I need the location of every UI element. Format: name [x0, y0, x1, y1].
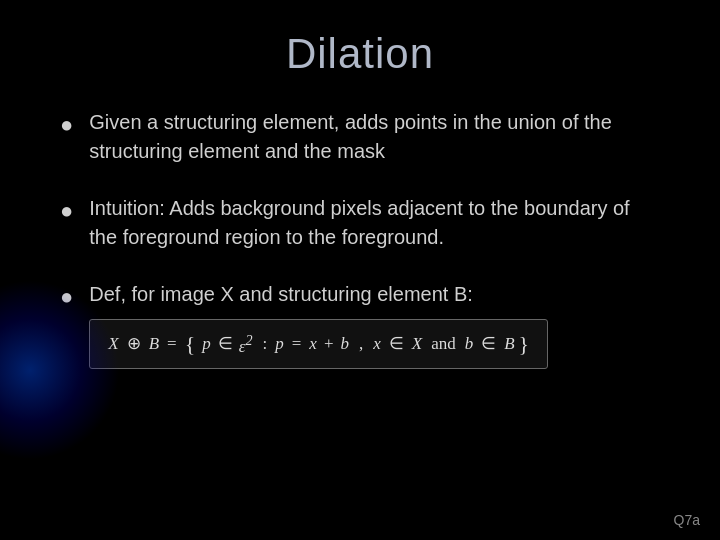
bullet-list: ● Given a structuring element, adds poin…: [60, 108, 660, 369]
bullet-text-2: Intuition: Adds background pixels adjace…: [89, 194, 660, 252]
bullet-item-1: ● Given a structuring element, adds poin…: [60, 108, 660, 166]
slide-container: Dilation ● Given a structuring element, …: [0, 0, 720, 540]
slide-id: Q7a: [674, 512, 700, 528]
bullet-dot-2: ●: [60, 195, 73, 227]
bullet-text-1: Given a structuring element, adds points…: [89, 108, 660, 166]
formula-display: X ⊕ B = { p ∈ ε2 : p = x + b ,: [108, 328, 529, 360]
bullet-text-3: Def, for image X and structuring element…: [89, 280, 660, 369]
slide-title: Dilation: [60, 30, 660, 78]
formula-block: X ⊕ B = { p ∈ ε2 : p = x + b ,: [89, 319, 548, 369]
bullet-dot-1: ●: [60, 109, 73, 141]
bullet-dot-3: ●: [60, 281, 73, 313]
bullet-item-2: ● Intuition: Adds background pixels adja…: [60, 194, 660, 252]
bullet-item-3: ● Def, for image X and structuring eleme…: [60, 280, 660, 369]
